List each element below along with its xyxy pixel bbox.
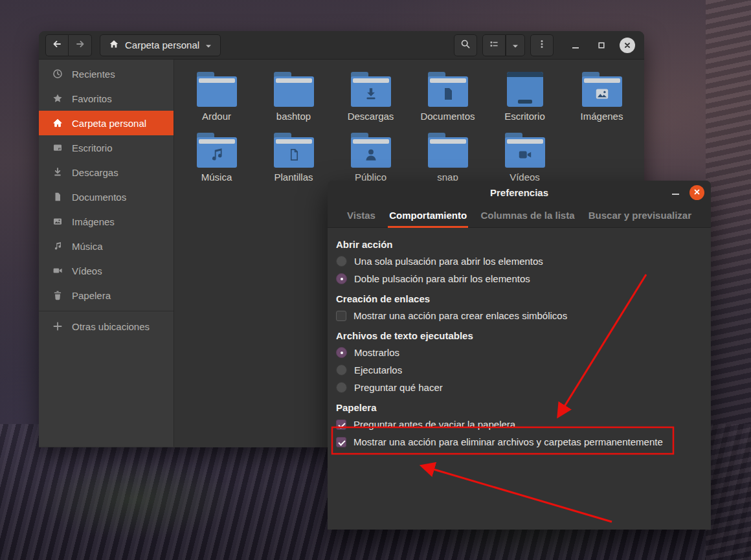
option-label: Mostrar una acción para crear enlaces si… <box>353 310 567 321</box>
file-label: Plantillas <box>274 172 313 183</box>
dialog-tabbar: VistasComportamientoColumnas de la lista… <box>328 204 711 228</box>
file-label: Escritorio <box>504 111 545 122</box>
file-item-ardour[interactable]: Ardour <box>178 67 255 128</box>
file-label: Música <box>201 172 232 183</box>
option-doble-pulsación-para-abrir-los-elementos[interactable]: Doble pulsación para abrir los elementos <box>336 270 702 287</box>
dialog-close-button[interactable] <box>689 185 704 200</box>
sidebar-item-carpeta-personal[interactable]: Carpeta personal <box>39 111 174 135</box>
chevron-down-icon <box>205 39 212 50</box>
forward-icon <box>75 39 85 52</box>
sidebar-list: RecientesFavoritosCarpeta personalEscrit… <box>39 62 174 339</box>
section-heading: Archivos de texto ejecutables <box>336 328 702 344</box>
sidebar-item-v-deos[interactable]: Vídeos <box>39 258 174 283</box>
file-item-snap[interactable]: snap <box>409 128 486 188</box>
checkbox-unchecked[interactable] <box>336 311 346 321</box>
sidebar-item-descargas[interactable]: Descargas <box>39 160 174 185</box>
sidebar-item-other-locations[interactable]: Otras ubicaciones <box>39 314 174 339</box>
sidebar-item-documentos[interactable]: Documentos <box>39 185 174 209</box>
download-icon <box>52 167 63 177</box>
option-mostrar-una-acción-para-eliminar-archivo[interactable]: Mostrar una acción para eliminar archivo… <box>336 433 702 451</box>
path-button[interactable]: Carpeta personal <box>100 34 221 56</box>
sidebar-item-im-genes[interactable]: Imágenes <box>39 209 174 234</box>
sidebar-item-label: Documentos <box>72 192 126 203</box>
option-mostrar-una-acción-para-crear-enlaces-si[interactable]: Mostrar una acción para crear enlaces si… <box>336 307 702 324</box>
maximize-button[interactable] <box>594 38 609 53</box>
headerbar: Carpeta personal <box>39 31 644 60</box>
close-button[interactable] <box>620 38 635 53</box>
radio-checked[interactable] <box>336 273 347 284</box>
menu-button[interactable] <box>530 34 554 56</box>
option-preguntar-antes-de-vaciar-la-papelera[interactable]: Preguntar antes de vaciar la papelera <box>336 416 702 433</box>
search-button[interactable] <box>454 34 477 56</box>
file-item-im-genes[interactable]: Imágenes <box>563 67 640 128</box>
back-icon <box>52 39 62 52</box>
home-icon <box>52 118 63 128</box>
file-label: Documentos <box>420 111 475 122</box>
radio-unchecked[interactable] <box>336 364 347 375</box>
tab-comportamiento[interactable]: Comportamiento <box>388 204 468 228</box>
preferences-dialog: Preferencias VistasComportamientoColumna… <box>328 181 711 530</box>
file-item-plantillas[interactable]: Plantillas <box>255 128 332 188</box>
sidebar-item-papelera[interactable]: Papelera <box>39 283 174 308</box>
music-icon <box>52 241 63 251</box>
sidebar-item-recientes[interactable]: Recientes <box>39 62 174 86</box>
tab-columnas-de-la-lista[interactable]: Columnas de la lista <box>479 204 576 228</box>
radio-unchecked[interactable] <box>336 256 347 267</box>
window-controls <box>568 38 635 53</box>
folder-icon <box>274 67 314 107</box>
option-una-sola-pulsación-para-abrir-los-elemen[interactable]: Una sola pulsación para abrir los elemen… <box>336 252 702 270</box>
folder-icon <box>428 128 468 168</box>
option-preguntar-qué-hacer[interactable]: Preguntar qué hacer <box>336 379 702 396</box>
folder-icon <box>351 67 391 107</box>
radio-unchecked[interactable] <box>336 382 347 393</box>
file-item-descargas[interactable]: Descargas <box>332 67 409 128</box>
tab-vistas[interactable]: Vistas <box>346 204 377 228</box>
checkbox-checked[interactable] <box>336 420 346 430</box>
radio-checked[interactable] <box>336 347 347 358</box>
option-mostrarlos[interactable]: Mostrarlos <box>336 344 702 361</box>
sidebar-item-m-sica[interactable]: Música <box>39 234 174 258</box>
folder-icon <box>428 67 468 107</box>
image-icon <box>52 216 63 227</box>
document-emblem-icon <box>428 83 468 105</box>
home-icon <box>109 39 119 51</box>
file-item-escritorio[interactable]: Escritorio <box>486 67 563 128</box>
sidebar-item-favoritos[interactable]: Favoritos <box>39 86 174 111</box>
trash-icon <box>52 290 63 300</box>
option-label: Doble pulsación para abrir los elementos <box>354 273 530 284</box>
dialog-minimize-button[interactable] <box>670 187 680 197</box>
tab-buscar-y-previsualizar[interactable]: Buscar y previsualizar <box>587 204 693 228</box>
back-button[interactable] <box>45 34 69 56</box>
close-icon <box>693 186 701 198</box>
sidebar-item-label: Música <box>72 241 103 252</box>
sidebar-item-label: Escritorio <box>72 142 113 153</box>
sidebar-item-label: Papelera <box>72 290 111 301</box>
kebab-menu-icon <box>537 39 547 52</box>
forward-button[interactable] <box>69 34 92 56</box>
file-item-documentos[interactable]: Documentos <box>409 67 486 128</box>
checkbox-checked[interactable] <box>336 437 346 447</box>
plus-icon <box>52 321 63 331</box>
sidebar-item-label: Imágenes <box>72 216 115 227</box>
option-label: Una sola pulsación para abrir los elemen… <box>354 256 543 267</box>
file-label: Ardour <box>202 111 231 122</box>
sidebar-item-label: Descargas <box>72 167 118 178</box>
file-item-bashtop[interactable]: bashtop <box>255 67 332 128</box>
file-item-m-sica[interactable]: Música <box>178 128 255 188</box>
view-list-button[interactable] <box>482 34 506 56</box>
option-ejecutarlos[interactable]: Ejecutarlos <box>336 361 702 379</box>
sidebar-item-label: Otras ubicaciones <box>72 321 150 332</box>
sidebar-item-escritorio[interactable]: Escritorio <box>39 135 174 160</box>
option-label: Preguntar qué hacer <box>354 382 443 393</box>
view-toggle <box>482 34 525 56</box>
view-options-button[interactable] <box>506 34 525 56</box>
file-item-v-deos[interactable]: Vídeos <box>486 128 563 188</box>
file-grid: ArdourbashtopDescargasDocumentosEscritor… <box>178 67 644 188</box>
sidebar-item-label: Favoritos <box>72 93 112 104</box>
file-item-p-blico[interactable]: Público <box>332 128 409 188</box>
minimize-button[interactable] <box>568 38 583 53</box>
sidebar-item-label: Recientes <box>72 69 115 80</box>
option-label: Mostrar una acción para eliminar archivo… <box>353 436 663 447</box>
chevron-down-icon <box>512 39 519 51</box>
nav-buttons <box>45 34 92 56</box>
